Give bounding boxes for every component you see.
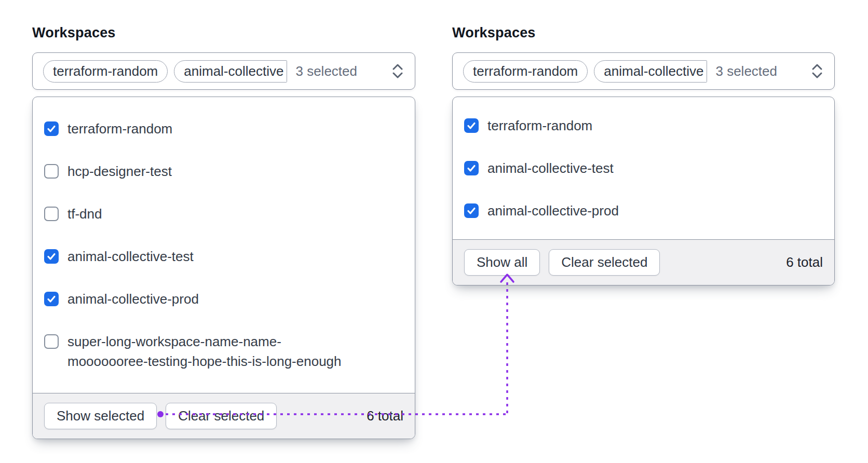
dropdown-footer: Show all Clear selected 6 total — [453, 239, 834, 285]
chevron-up-down-icon — [391, 62, 404, 80]
workspace-option-label: animal-collective-test — [67, 247, 194, 266]
workspace-option[interactable]: terraform-random — [44, 107, 403, 150]
total-count: 6 total — [367, 408, 403, 424]
checkbox-icon[interactable] — [44, 121, 59, 136]
workspace-option-label: super-long-workspace-name-name-moooooore… — [67, 332, 353, 371]
dropdown-panel: terraform-random hcp-designer-test tf-dn… — [32, 97, 415, 439]
workspaces-filter-left: Workspaces terraform-random animal-colle… — [32, 25, 415, 439]
workspace-option-label: hcp-designer-test — [67, 161, 172, 181]
selected-tag: terraform-random — [463, 60, 588, 83]
workspace-option-label: tf-dnd — [67, 204, 102, 224]
dropdown-panel: terraform-random animal-collective-test … — [452, 97, 835, 285]
workspace-option[interactable]: hcp-designer-test — [44, 150, 403, 193]
workspace-option[interactable]: animal-collective-test — [464, 147, 823, 189]
workspace-option[interactable]: super-long-workspace-name-name-moooooore… — [44, 320, 403, 383]
workspace-option-label: animal-collective-prod — [487, 201, 619, 221]
selected-count: 3 selected — [295, 63, 357, 79]
clear-selected-button[interactable]: Clear selected — [549, 249, 660, 276]
workspace-options-list: terraform-random hcp-designer-test tf-dn… — [33, 97, 415, 393]
dropdown-footer: Show selected Clear selected 6 total — [33, 393, 415, 439]
checkbox-icon[interactable] — [44, 164, 59, 179]
checkbox-icon[interactable] — [464, 118, 479, 133]
clear-selected-button[interactable]: Clear selected — [166, 403, 277, 429]
workspace-option-label: animal-collective-test — [487, 158, 614, 178]
workspaces-filter-right: Workspaces terraform-random animal-colle… — [452, 25, 835, 285]
selected-count: 3 selected — [715, 63, 777, 79]
total-count: 6 total — [786, 254, 823, 270]
workspace-option[interactable]: animal-collective-prod — [44, 278, 403, 320]
workspace-option[interactable]: animal-collective-test — [44, 235, 403, 278]
show-selected-button[interactable]: Show selected — [44, 403, 157, 429]
workspaces-multiselect-trigger[interactable]: terraform-random animal-collective 3 sel… — [32, 52, 415, 90]
selected-tag-truncated: animal-collective — [594, 60, 707, 83]
checkbox-icon[interactable] — [44, 334, 59, 349]
checkbox-icon[interactable] — [464, 203, 479, 218]
chevron-up-down-icon — [810, 62, 824, 80]
checkbox-icon[interactable] — [44, 249, 59, 264]
workspace-option[interactable]: tf-dnd — [44, 193, 403, 235]
workspace-option-label: terraform-random — [67, 119, 172, 139]
show-all-button[interactable]: Show all — [464, 249, 540, 276]
workspace-options-list: terraform-random animal-collective-test … — [453, 97, 834, 239]
workspace-option[interactable]: terraform-random — [464, 104, 823, 147]
workspaces-multiselect-trigger[interactable]: terraform-random animal-collective 3 sel… — [452, 52, 835, 90]
checkbox-icon[interactable] — [44, 207, 59, 221]
selected-tag: terraform-random — [43, 60, 168, 83]
checkbox-icon[interactable] — [464, 161, 479, 175]
workspace-option-label: animal-collective-prod — [67, 289, 199, 309]
selected-tag-truncated: animal-collective — [174, 60, 287, 83]
workspace-option[interactable]: animal-collective-prod — [464, 189, 823, 232]
page-title: Workspaces — [452, 25, 835, 41]
checkbox-icon[interactable] — [44, 292, 59, 306]
workspace-option-label: terraform-random — [487, 116, 592, 135]
page-title: Workspaces — [32, 25, 415, 41]
